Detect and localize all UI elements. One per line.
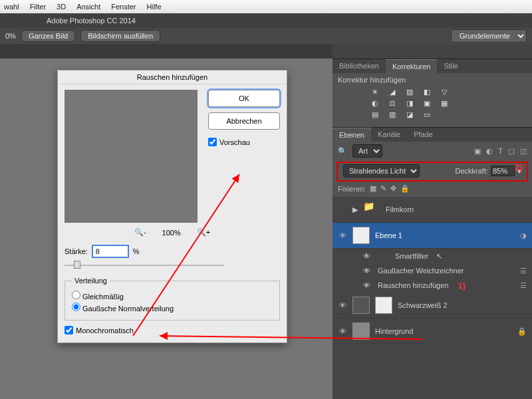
filter-options-icon[interactable]: ☰ bbox=[520, 267, 527, 275]
filter-name: Gaußscher Weichzeichner bbox=[378, 267, 464, 275]
zoom-level: 0% bbox=[5, 32, 16, 40]
smart-object-icon: ◑ bbox=[520, 231, 527, 240]
layer-name: Schwarzweiß 2 bbox=[398, 301, 448, 309]
preview-checkbox[interactable]: Vorschau bbox=[208, 138, 280, 146]
exposure-icon[interactable]: ◧ bbox=[422, 88, 432, 96]
opacity-input[interactable] bbox=[491, 166, 515, 176]
visibility-icon[interactable]: 👁 bbox=[338, 301, 347, 309]
lock-all-icon[interactable]: 🔒 bbox=[400, 184, 410, 193]
workspace-select[interactable]: Grundelemente bbox=[451, 29, 527, 43]
photo-filter-icon[interactable]: ▣ bbox=[422, 99, 432, 108]
folder-icon: 📁 bbox=[363, 201, 380, 218]
blend-mode-select[interactable]: Strahlendes Licht bbox=[343, 164, 420, 178]
vibrance-icon[interactable]: ▽ bbox=[439, 88, 450, 96]
hue-icon[interactable]: ◐ bbox=[370, 99, 380, 108]
smartfilter-header[interactable]: 👁 Smartfilter ↖ bbox=[332, 249, 532, 263]
mono-check-input[interactable] bbox=[65, 326, 73, 334]
fill-screen-button[interactable]: Bildschirm ausfüllen bbox=[80, 30, 160, 42]
noise-preview bbox=[65, 90, 198, 223]
menu-view[interactable]: Ansicht bbox=[76, 3, 100, 11]
adjustment-thumb bbox=[352, 297, 370, 314]
tab-channels[interactable]: Kanäle bbox=[371, 128, 407, 142]
filter-type-icon[interactable]: T bbox=[498, 147, 503, 156]
folder-toggle-icon[interactable]: ▶ bbox=[352, 205, 358, 214]
gradient-map-icon[interactable]: ▭ bbox=[422, 110, 432, 119]
lock-paint-icon[interactable]: ✎ bbox=[380, 184, 386, 193]
lock-icon: 🔒 bbox=[517, 327, 527, 336]
bw-icon[interactable]: ◨ bbox=[404, 99, 415, 108]
app-title: Adobe Photoshop CC 2014 bbox=[47, 17, 136, 25]
visibility-icon[interactable]: 👁 bbox=[338, 327, 347, 335]
os-menu-bar: wahl Filter 3D Ansicht Fenster Hilfe bbox=[0, 0, 532, 13]
menu-3d[interactable]: 3D bbox=[57, 3, 66, 11]
distribution-group: Verteilung Gleichmäßig Gaußsche Normalve… bbox=[65, 277, 280, 321]
tab-layers[interactable]: Ebenen bbox=[332, 128, 371, 142]
filter-name: Rauschen hinzufügen bbox=[378, 281, 448, 289]
mixer-icon[interactable]: ▦ bbox=[439, 99, 450, 108]
strength-input[interactable] bbox=[92, 245, 129, 258]
layer-filter-select[interactable]: Art bbox=[352, 144, 382, 158]
lock-transparency-icon[interactable]: ▩ bbox=[370, 184, 376, 193]
strength-label: Stärke: bbox=[65, 247, 88, 255]
balance-icon[interactable]: ⚖ bbox=[387, 99, 398, 108]
visibility-icon[interactable]: 👁 bbox=[363, 281, 372, 289]
layer-name: Ebene 1 bbox=[375, 231, 402, 239]
visibility-icon[interactable]: 👁 bbox=[338, 231, 347, 239]
layer-folder-filmkorn[interactable]: ▶ 📁 Filmkorn bbox=[332, 197, 532, 223]
layer-schwarzweiss[interactable]: 👁 Schwarzweiß 2 bbox=[332, 293, 532, 319]
layer-thumb bbox=[352, 323, 370, 340]
preview-check-input[interactable] bbox=[208, 138, 217, 146]
slider-knob[interactable] bbox=[74, 261, 80, 269]
tab-paths[interactable]: Pfade bbox=[407, 128, 440, 142]
opacity-label: Deckkraft: bbox=[455, 167, 488, 175]
zoom-out-icon[interactable]: 🔍- bbox=[134, 228, 146, 237]
zoom-in-icon[interactable]: 🔍+ bbox=[197, 228, 210, 237]
ok-button[interactable]: OK bbox=[208, 90, 280, 107]
layer-ebene1[interactable]: 👁 Ebene 1 ◑ bbox=[332, 223, 532, 249]
dialog-title: Rauschen hinzufügen bbox=[58, 70, 287, 84]
menu-filter[interactable]: Filter bbox=[30, 3, 46, 11]
adjustments-panel: Korrektur hinzufügen ☀ ◢ ▨ ◧ ▽ ◐ ⚖ ◨ ▣ ▦… bbox=[332, 73, 532, 127]
filter-smart-icon[interactable]: ◫ bbox=[520, 147, 527, 156]
visibility-icon[interactable]: 👁 bbox=[363, 267, 372, 275]
tab-styles[interactable]: Stile bbox=[437, 59, 464, 73]
brightness-icon[interactable]: ☀ bbox=[370, 88, 380, 96]
strength-slider[interactable] bbox=[65, 261, 224, 270]
dist-uniform-radio[interactable]: Gleichmäßig bbox=[72, 291, 273, 301]
fit-image-button[interactable]: Ganzes Bild bbox=[21, 30, 75, 42]
blend-opacity-row: Strahlendes Licht Deckkraft: ▾ bbox=[336, 162, 528, 182]
posterize-icon[interactable]: ▥ bbox=[387, 110, 398, 119]
dist-gaussian-radio[interactable]: Gaußsche Normalverteilung bbox=[72, 303, 273, 313]
lock-row: Fixieren: ▩ ✎ ✥ 🔒 bbox=[332, 183, 532, 197]
filter-adjust-icon[interactable]: ◐ bbox=[486, 147, 493, 156]
menu-select[interactable]: wahl bbox=[4, 3, 19, 11]
filter-options-icon[interactable]: ☰ bbox=[520, 281, 527, 290]
tab-adjustments[interactable]: Korrekturen bbox=[386, 59, 437, 73]
smartfilter-add-noise[interactable]: 👁 Rauschen hinzufügen 1) ☰ bbox=[332, 278, 532, 293]
smartfilter-label: Smartfilter bbox=[395, 252, 428, 260]
zoom-percent: 100% bbox=[162, 229, 181, 237]
curves-icon[interactable]: ▨ bbox=[404, 88, 415, 96]
cancel-button[interactable]: Abbrechen bbox=[208, 112, 280, 130]
layers-filter-row: 🔍 Art ▣ ◐ T ▢ ◫ bbox=[332, 142, 532, 160]
add-noise-dialog: Rauschen hinzufügen OK Abbrechen Vorscha… bbox=[57, 70, 287, 343]
visibility-icon[interactable]: 👁 bbox=[363, 252, 372, 260]
menu-help[interactable]: Hilfe bbox=[147, 3, 162, 11]
adjustments-tab-group: Bibliotheken Korrekturen Stile bbox=[332, 59, 532, 73]
layer-background[interactable]: 👁 Hintergrund 🔒 bbox=[332, 319, 532, 344]
filter-mask-thumb bbox=[378, 250, 390, 262]
menu-window[interactable]: Fenster bbox=[111, 3, 136, 11]
invert-icon[interactable]: ▤ bbox=[370, 110, 380, 119]
filter-shape-icon[interactable]: ▢ bbox=[508, 147, 515, 156]
smartfilter-gaussian-blur[interactable]: 👁 Gaußscher Weichzeichner ☰ bbox=[332, 263, 532, 278]
annotation-1: 1) bbox=[458, 281, 466, 291]
lock-position-icon[interactable]: ✥ bbox=[390, 184, 396, 193]
monochromatic-checkbox[interactable]: Monochromatisch bbox=[65, 326, 280, 334]
layer-name: Hintergrund bbox=[375, 327, 413, 335]
tab-libraries[interactable]: Bibliotheken bbox=[332, 59, 386, 73]
cursor-icon: ↖ bbox=[436, 252, 442, 261]
levels-icon[interactable]: ◢ bbox=[387, 88, 398, 96]
layer-name: Filmkorn bbox=[386, 205, 414, 213]
threshold-icon[interactable]: ◪ bbox=[404, 110, 415, 119]
filter-pixel-icon[interactable]: ▣ bbox=[474, 147, 481, 156]
